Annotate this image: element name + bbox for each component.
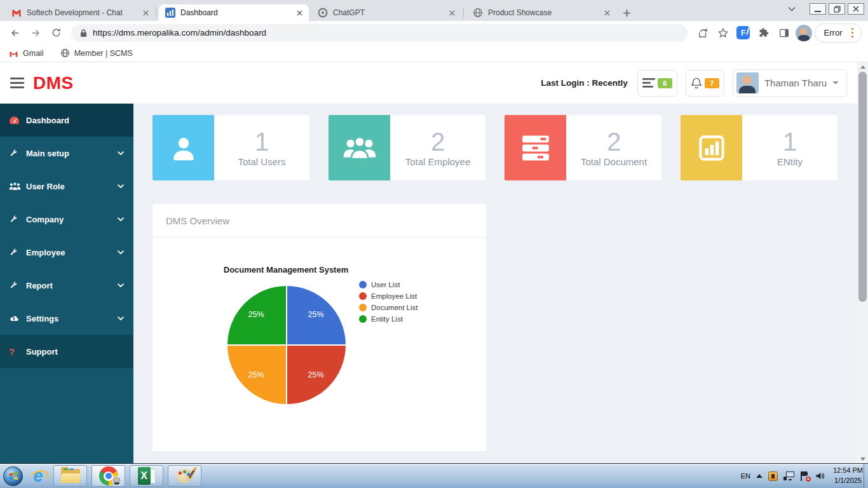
legend-item[interactable]: Employee List <box>359 292 418 300</box>
notifications-badge: 7 <box>705 78 719 88</box>
bookmark-star-icon[interactable] <box>714 24 732 42</box>
browser-toolbar: https://dms.meropalika.com/admin/dashboa… <box>0 21 868 44</box>
sidebar-item-label: Main setup <box>26 149 69 158</box>
share-icon[interactable] <box>694 24 712 42</box>
tab-close-icon[interactable] <box>294 8 305 18</box>
tab-dashboard[interactable]: Dashboard <box>159 4 309 21</box>
tab-title: Dashboard <box>180 8 294 17</box>
taskbar-clock[interactable]: 12:54 PM 1/1/2025 <box>833 466 863 486</box>
bookmark-gmail[interactable]: Gmail <box>9 49 44 58</box>
legend-label: Employee List <box>371 292 417 300</box>
tab-close-icon[interactable] <box>447 8 458 18</box>
tab-softech-chat[interactable]: Softech Development - Chat <box>5 4 155 21</box>
globe-icon <box>60 48 70 58</box>
pie-chart <box>227 286 346 404</box>
internet-explorer-icon[interactable]: e <box>27 465 49 487</box>
chevron-down-icon <box>118 250 124 255</box>
chevron-down-icon <box>118 217 124 222</box>
forward-button[interactable] <box>27 24 44 42</box>
tab-chatgpt[interactable]: ChatGPT <box>311 4 461 21</box>
minimize-button[interactable] <box>810 3 826 15</box>
chrome-taskbar-button[interactable] <box>92 465 125 487</box>
back-button[interactable] <box>6 24 24 42</box>
stat-label: Total Document <box>581 156 647 167</box>
action-center-flag-icon[interactable]: ✕ <box>800 471 810 481</box>
tab-close-icon[interactable] <box>140 8 151 18</box>
chevron-down-icon <box>832 81 839 85</box>
ft-extension-icon[interactable]: F <box>735 24 752 42</box>
close-window-button[interactable] <box>848 3 864 15</box>
kebab-menu-icon[interactable] <box>848 28 858 38</box>
wrench-icon <box>9 281 26 290</box>
tab-product-showcase[interactable]: Product Showcase <box>466 4 616 21</box>
legend-dot <box>359 292 367 300</box>
stat-label: Total Employee <box>405 156 471 167</box>
reload-button[interactable] <box>47 24 65 42</box>
lock-icon[interactable] <box>80 29 87 37</box>
sidebar-item-main-setup[interactable]: Main setup <box>0 137 133 170</box>
volume-tray-icon[interactable] <box>815 471 825 480</box>
screen: { "browser": { "tabs": [ {"title": "Soft… <box>0 0 868 488</box>
file-explorer-button[interactable] <box>53 465 87 487</box>
user-menu[interactable]: Thaman Tharu <box>733 69 847 97</box>
sidebar-item-employee[interactable]: Employee <box>0 236 133 269</box>
hamburger-menu-icon[interactable] <box>10 78 24 88</box>
legend-item[interactable]: User List <box>359 281 418 288</box>
activity-menu-button[interactable]: 6 <box>637 70 677 97</box>
tab-close-icon[interactable] <box>602 8 613 18</box>
show-hidden-icons-arrow[interactable] <box>756 474 763 478</box>
sidebar-item-label: User Role <box>26 182 65 191</box>
sidebar-item-user-role[interactable]: User Role <box>0 170 133 203</box>
stat-value: 1 <box>255 128 269 155</box>
tab-search-chevron-icon[interactable] <box>788 6 796 11</box>
sidebar-item-label: Settings <box>26 314 58 323</box>
start-button[interactable] <box>3 466 23 486</box>
legend-label: User List <box>371 281 400 288</box>
browser-menu-error-button[interactable]: Error <box>815 24 862 43</box>
slice-label-document-list: 25% <box>248 370 264 379</box>
stat-card-total-document: 2 Total Document <box>505 115 661 180</box>
sidebar-item-company[interactable]: Company <box>0 203 133 236</box>
gmail-icon <box>9 50 18 57</box>
sidebar-item-support[interactable]: ? Support <box>0 335 133 368</box>
excel-taskbar-button[interactable]: X <box>130 465 163 487</box>
profile-badge-icon <box>112 476 121 485</box>
ime-tray-icon[interactable] <box>768 471 778 481</box>
question-icon: ? <box>9 346 26 357</box>
last-login-text: Last Login : Recently <box>541 78 628 88</box>
sidebar-item-label: Dashboard <box>26 116 69 125</box>
url-text[interactable]: https://dms.meropalika.com/admin/dashboa… <box>93 28 266 37</box>
chevron-down-icon <box>118 283 124 288</box>
stat-value: 2 <box>431 128 445 155</box>
vertical-scrollbar[interactable] <box>857 62 868 463</box>
scroll-down-arrow[interactable] <box>857 454 868 463</box>
tab-separator <box>156 8 156 18</box>
sidebar-item-settings[interactable]: Settings <box>0 302 133 335</box>
folder-icon <box>61 469 80 483</box>
date-text: 1/1/2025 <box>833 476 863 486</box>
excel-icon: X <box>138 467 156 485</box>
stat-label: ENtity <box>777 156 803 167</box>
network-tray-icon[interactable] <box>783 471 794 480</box>
new-tab-button[interactable] <box>620 6 634 20</box>
extensions-puzzle-icon[interactable] <box>755 24 773 42</box>
notifications-button[interactable]: 7 <box>686 70 724 97</box>
legend-item[interactable]: Entity List <box>359 315 418 323</box>
app-logo[interactable]: DMS <box>33 73 74 93</box>
slice-divider <box>227 344 346 346</box>
chart-legend: User List Employee List Document List En… <box>359 281 418 327</box>
show-desktop-button[interactable] <box>864 464 868 488</box>
address-bar[interactable]: https://dms.meropalika.com/admin/dashboa… <box>71 24 688 42</box>
sidebar-item-report[interactable]: Report <box>0 269 133 302</box>
sidebar-item-dashboard[interactable]: Dashboard <box>0 104 133 137</box>
restore-button[interactable] <box>829 3 845 15</box>
paint-taskbar-button[interactable] <box>168 465 201 487</box>
bookmark-member-scms[interactable]: Member | SCMS <box>60 48 133 58</box>
side-panel-icon[interactable] <box>775 24 793 42</box>
language-indicator[interactable]: EN <box>741 472 750 480</box>
legend-item[interactable]: Document List <box>359 304 418 311</box>
scroll-up-arrow[interactable] <box>857 62 868 71</box>
document-stack-icon <box>505 115 566 180</box>
scrollbar-thumb[interactable] <box>858 72 867 302</box>
browser-profile-avatar[interactable] <box>796 25 812 41</box>
